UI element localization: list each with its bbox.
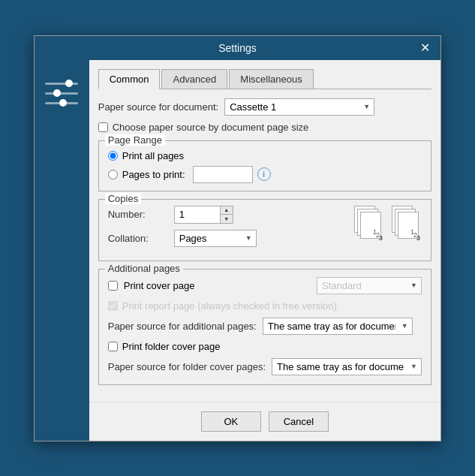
number-input[interactable] [175, 206, 220, 222]
copies-label: Copies [105, 193, 141, 204]
cover-standard-select[interactable]: Standard [317, 277, 422, 294]
paper-source-label: Paper source for document: [98, 101, 218, 113]
cover-page-label: Print cover page [124, 280, 311, 291]
cover-standard-wrapper: Standard [317, 277, 422, 294]
choose-paper-label: Choose paper source by document page siz… [113, 122, 309, 133]
print-all-label: Print all pages [122, 150, 184, 161]
paper-source-folder-row: Paper source for folder cover pages: The… [108, 358, 422, 375]
settings-dialog: Settings ✕ Comm [34, 35, 441, 441]
page-range-group: Page Range Print all pages Pages to prin… [98, 140, 431, 191]
paper-source-additional-select[interactable]: The same tray as for documents [263, 318, 413, 335]
report-page-label: Print report page (always checked in fre… [122, 300, 337, 312]
paper-source-folder-wrapper: The same tray as for documents [272, 358, 422, 375]
collation-select-wrapper: Pages Documents [174, 230, 257, 247]
collation-select[interactable]: Pages Documents [174, 230, 257, 247]
choose-paper-checkbox[interactable] [98, 122, 108, 132]
sidebar-sliders [45, 83, 78, 104]
main-area: Common Advanced Miscellaneous Paper sour… [89, 60, 440, 441]
slider-handle-1 [65, 80, 73, 87]
report-page-checkbox [108, 301, 118, 311]
collation-label: Collation: [108, 233, 168, 244]
cover-page-row: Print cover page Standard [108, 277, 422, 294]
additional-pages-group: Additional pages Print cover page Standa… [98, 269, 431, 385]
report-page-row: Print report page (always checked in fre… [108, 300, 422, 312]
copies-group: Copies Number: ▲ ▼ [98, 199, 431, 261]
spin-up[interactable]: ▲ [221, 206, 233, 215]
ok-button[interactable]: OK [201, 411, 261, 432]
dialog-body: Common Advanced Miscellaneous Paper sour… [35, 60, 440, 441]
paper-source-additional-label: Paper source for additional pages: [108, 321, 257, 332]
print-all-row: Print all pages [108, 150, 422, 161]
dialog-title: Settings [173, 42, 302, 54]
paper-source-additional-wrapper: The same tray as for documents [263, 318, 413, 335]
tab-common[interactable]: Common [98, 69, 161, 89]
slider-1 [45, 83, 78, 85]
radio-group: Print all pages Pages to print: i [108, 150, 422, 183]
copies-number-row: Number: ▲ ▼ [108, 206, 339, 224]
sidebar [35, 60, 89, 441]
title-bar: Settings ✕ [35, 36, 440, 60]
paper-source-select[interactable]: Cassette 1 [224, 98, 374, 116]
spin-down[interactable]: ▼ [221, 215, 233, 223]
pages-to-print-input[interactable] [193, 166, 253, 183]
paper-source-folder-select[interactable]: The same tray as for documents [272, 358, 422, 375]
folder-cover-label: Print folder cover page [122, 341, 221, 352]
main-content: Common Advanced Miscellaneous Paper sour… [89, 60, 440, 402]
page-range-label: Page Range [105, 134, 165, 146]
tabs: Common Advanced Miscellaneous [98, 69, 431, 89]
folder-cover-row: Print folder cover page [108, 341, 422, 352]
collation-icons: 3 2 1 3 2 1 [354, 206, 422, 243]
tab-miscellaneous[interactable]: Miscellaneous [229, 69, 313, 89]
choose-paper-row: Choose paper source by document page siz… [98, 122, 431, 133]
paper-source-select-wrapper: Cassette 1 [224, 98, 374, 116]
collation-row: Collation: Pages Documents [108, 230, 339, 247]
paper-source-row: Paper source for document: Cassette 1 [98, 98, 431, 116]
number-input-wrapper: ▲ ▼ [174, 206, 233, 224]
cancel-button[interactable]: Cancel [269, 411, 329, 432]
collation-icon-1: 3 2 1 [354, 206, 384, 243]
pages-to-print-radio[interactable] [108, 170, 118, 179]
slider-2 [45, 92, 78, 95]
number-label: Number: [108, 209, 168, 220]
info-icon[interactable]: i [257, 167, 271, 181]
slider-handle-3 [59, 99, 67, 107]
paper-source-additional-row: Paper source for additional pages: The s… [108, 318, 422, 335]
spin-buttons: ▲ ▼ [220, 206, 233, 223]
paper-source-folder-label: Paper source for folder cover pages: [108, 361, 266, 372]
slider-handle-2 [53, 89, 61, 97]
print-all-radio[interactable] [108, 151, 118, 161]
collation-icon-2: 3 2 1 [392, 206, 422, 243]
close-button[interactable]: ✕ [419, 42, 431, 54]
pages-to-print-label: Pages to print: [122, 169, 185, 180]
slider-3 [45, 102, 78, 104]
dialog-footer: OK Cancel [89, 402, 440, 441]
pages-to-print-row: Pages to print: i [108, 166, 422, 183]
additional-pages-label: Additional pages [105, 263, 183, 274]
tab-advanced[interactable]: Advanced [161, 69, 227, 89]
folder-cover-checkbox[interactable] [108, 342, 118, 351]
cover-page-checkbox[interactable] [108, 281, 118, 291]
